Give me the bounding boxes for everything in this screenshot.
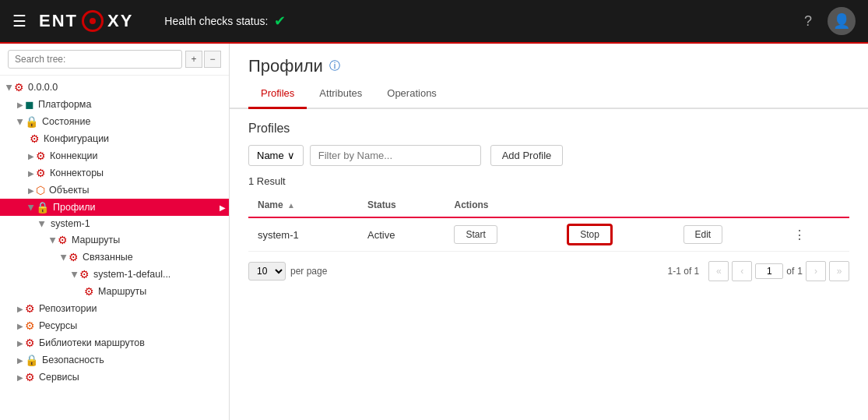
tree-controls: + − [185, 51, 221, 68]
pagination: 10 per page 1-1 of 1 « ‹ of 1 › » [248, 261, 849, 281]
info-icon[interactable]: ⓘ [329, 59, 340, 73]
tree-item-state[interactable]: ▶ 🔒 Состояние [0, 113, 229, 130]
logo-text: ENT [39, 11, 78, 31]
tree-item-services[interactable]: ▶ ⚙ Сервисы [0, 369, 229, 386]
tree-label-routes2: Маршруты [98, 286, 146, 297]
search-bar: + − [0, 44, 229, 76]
start-button[interactable]: Start [454, 225, 497, 244]
tree-item-objects[interactable]: ▶ ⬡ Объекты [0, 182, 229, 199]
tree-item-resources[interactable]: ▶ ⚙ Ресурсы [0, 317, 229, 334]
system1default-icon: ⚙ [79, 268, 90, 281]
filter-name-input[interactable] [310, 145, 481, 166]
tree-item-system1default[interactable]: ▶ ⚙ system-1-defaul... [0, 266, 229, 283]
more-options-icon[interactable]: ⋮ [790, 227, 809, 243]
prev-page-button[interactable]: ‹ [732, 261, 752, 281]
cell-status: Active [358, 217, 445, 252]
add-profile-button[interactable]: Add Profile [490, 145, 564, 166]
profiles-content: Profiles Name ∨ Add Profile 1 Result Nam… [230, 109, 868, 294]
tree-item-routelibs[interactable]: ▶ ⚙ Библиотеки маршрутов [0, 334, 229, 351]
page-input[interactable] [755, 263, 783, 279]
page-header: Профили ⓘ [230, 44, 868, 76]
tree-item-connections[interactable]: ▶ ⚙ Коннекции [0, 147, 229, 164]
tree-item-routes[interactable]: ▶ ⚙ Маршруты [0, 231, 229, 249]
profiles-icon: 🔒 [36, 201, 49, 214]
tree-item-root[interactable]: ▶ ⚙ 0.0.0.0 [0, 79, 229, 96]
tree-label-system1default: system-1-defaul... [93, 269, 170, 280]
platform-icon: ◼ [25, 98, 34, 111]
tree-item-repos[interactable]: ▶ ⚙ Репозитории [0, 300, 229, 317]
total-pages: 1 [797, 266, 803, 277]
tab-attributes[interactable]: Attributes [307, 79, 374, 109]
expand-security-icon: ▶ [17, 356, 23, 365]
filter-bar: Name ∨ Add Profile [248, 145, 849, 166]
search-input[interactable] [8, 50, 182, 69]
tree-item-configs[interactable]: ⚙ Конфигурации [0, 130, 229, 147]
dropdown-arrow-icon: ∨ [287, 150, 295, 161]
tree-item-system1[interactable]: ▶ system-1 [0, 216, 229, 231]
expand-services-icon: ▶ [17, 373, 23, 382]
expand-repos-icon: ▶ [17, 305, 23, 313]
cell-more: ⋮ [781, 217, 849, 252]
cell-start: Start [445, 217, 558, 252]
expand-connectors-icon: ▶ [28, 169, 34, 178]
tab-profiles[interactable]: Profiles [248, 79, 307, 109]
layout: + − ▶ ⚙ 0.0.0.0 ▶ ◼ Платформа ▶ [0, 44, 868, 420]
tree-label-connectors: Коннекторы [50, 168, 104, 178]
tree-item-security[interactable]: ▶ 🔒 Безопасность [0, 351, 229, 369]
profiles-right-arrow-icon: ▶ [220, 203, 226, 212]
configs-icon: ⚙ [30, 132, 40, 145]
col-actions-extra [558, 193, 673, 217]
logo: ENT XY [39, 10, 133, 32]
profiles-table: Name ▲ Status Actions system-1 Active [248, 193, 849, 252]
tree: ▶ ⚙ 0.0.0.0 ▶ ◼ Платформа ▶ 🔒 Состояние [0, 76, 229, 389]
connections-icon: ⚙ [36, 150, 46, 162]
per-page-select[interactable]: 10 [248, 262, 286, 281]
collapse-all-button[interactable]: − [204, 51, 221, 68]
avatar[interactable]: 👤 [828, 7, 856, 35]
sidebar: + − ▶ ⚙ 0.0.0.0 ▶ ◼ Платформа ▶ [0, 44, 230, 420]
col-name: Name ▲ [248, 193, 358, 217]
cell-stop: Stop [558, 217, 673, 252]
health-check-icon: ✔ [274, 12, 286, 30]
result-count: 1 Result [248, 175, 849, 187]
services-icon: ⚙ [25, 371, 35, 383]
tree-item-linked[interactable]: ▶ ⚙ Связанные [0, 249, 229, 266]
tree-item-platform[interactable]: ▶ ◼ Платформа [0, 96, 229, 113]
expand-connections-icon: ▶ [28, 152, 34, 161]
expand-profiles-icon: ▶ [27, 204, 36, 210]
stop-button[interactable]: Stop [568, 224, 612, 245]
first-page-button[interactable]: « [708, 261, 729, 281]
last-page-button[interactable]: » [829, 261, 849, 281]
menu-icon[interactable]: ☰ [12, 12, 26, 30]
tree-item-connectors[interactable]: ▶ ⚙ Коннекторы [0, 164, 229, 182]
health-label: Health checks status: [164, 15, 268, 27]
section-title: Profiles [248, 122, 849, 136]
sort-name-icon: ▲ [287, 201, 295, 210]
expand-platform-icon: ▶ [17, 101, 23, 109]
edit-button[interactable]: Edit [684, 225, 723, 244]
tree-item-routes2[interactable]: ⚙ Маршруты [0, 283, 229, 300]
help-button[interactable]: ? [804, 13, 812, 30]
tree-label-repos: Репозитории [39, 303, 97, 314]
expand-root-icon: ▶ [5, 84, 14, 90]
col-actions: Actions [445, 193, 558, 217]
per-page-label: per page [290, 266, 327, 277]
expand-state-icon: ▶ [16, 118, 25, 125]
next-page-button[interactable]: › [806, 261, 826, 281]
main-content: Профили ⓘ Profiles Attributes Operations… [230, 44, 868, 420]
col-edit [674, 193, 781, 217]
expand-all-button[interactable]: + [185, 51, 202, 68]
state-icon: 🔒 [25, 115, 38, 128]
tree-label-configs: Конфигурации [44, 133, 109, 144]
col-status: Status [358, 193, 445, 217]
tree-label-platform: Платформа [38, 99, 91, 110]
security-icon: 🔒 [25, 354, 38, 366]
avatar-icon: 👤 [833, 12, 850, 30]
tree-label-resources: Ресурсы [39, 320, 77, 331]
name-filter-dropdown[interactable]: Name ∨ [248, 145, 304, 166]
repos-icon: ⚙ [25, 302, 35, 315]
tree-label-connections: Коннекции [50, 150, 98, 161]
tab-operations[interactable]: Operations [374, 79, 449, 109]
routelibs-icon: ⚙ [25, 337, 35, 349]
tree-item-profiles[interactable]: ▶ 🔒 Профили ▶ [0, 199, 229, 216]
